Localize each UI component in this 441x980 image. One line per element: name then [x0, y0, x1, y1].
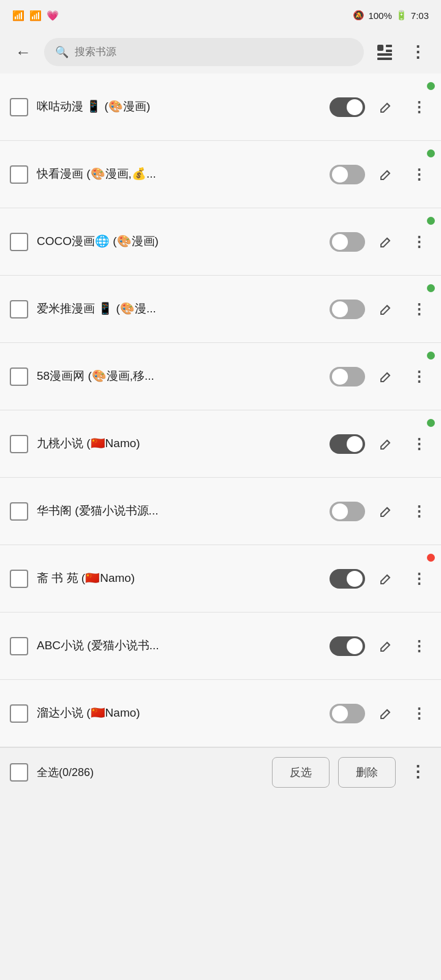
item-more-4[interactable]: ⋮	[407, 297, 431, 322]
list-item: ABC小说 (爱猫小说书... ⋮	[0, 612, 441, 680]
item-edit-4[interactable]	[374, 297, 398, 322]
item-toggle-5[interactable]	[330, 367, 365, 386]
item-checkbox-1[interactable]	[10, 98, 28, 116]
item-checkbox-10[interactable]	[10, 704, 28, 723]
list-item: 华书阁 (爱猫小说书源... ⋮	[0, 478, 441, 545]
list-item: 九桃小说 (🇨🇳Namo) ⋮	[0, 410, 441, 478]
item-label-9: ABC小说 (爱猫小说书...	[37, 638, 321, 654]
item-more-1[interactable]: ⋮	[407, 95, 431, 119]
item-toggle-9[interactable]	[330, 636, 365, 656]
item-more-8[interactable]: ⋮	[407, 567, 431, 591]
item-edit-3[interactable]	[374, 230, 398, 254]
item-more-2[interactable]: ⋮	[407, 162, 431, 187]
edit-icon	[379, 571, 393, 586]
list-item: 咪咕动漫 📱 (🎨漫画) ⋮	[0, 74, 441, 141]
item-checkbox-3[interactable]	[10, 233, 28, 251]
item-edit-1[interactable]	[374, 95, 398, 119]
more-dots-icon: ⋮	[412, 570, 426, 587]
svg-rect-0	[377, 45, 383, 51]
more-dots-icon: ⋮	[412, 99, 426, 116]
edit-icon	[379, 235, 393, 249]
item-edit-8[interactable]	[374, 567, 398, 591]
list-item: 58漫画网 (🎨漫画,移... ⋮	[0, 343, 441, 410]
more-dots-icon: ⋮	[412, 301, 426, 318]
svg-rect-2	[386, 50, 392, 52]
item-checkbox-7[interactable]	[10, 502, 28, 521]
edit-icon	[379, 167, 393, 182]
item-edit-6[interactable]	[374, 432, 398, 456]
item-edit-10[interactable]	[374, 701, 398, 726]
list-item: 快看漫画 (🎨漫画,💰... ⋮	[0, 141, 441, 208]
item-checkbox-2[interactable]	[10, 165, 28, 184]
item-more-5[interactable]: ⋮	[407, 364, 431, 389]
edit-icon	[379, 437, 393, 451]
delete-button[interactable]: 删除	[338, 757, 396, 788]
item-toggle-7[interactable]	[330, 502, 365, 521]
item-label-7: 华书阁 (爱猫小说书源...	[37, 503, 321, 519]
status-right-info: 🔕 100% 🔋 7:03	[353, 10, 429, 21]
item-label-1: 咪咕动漫 📱 (🎨漫画)	[37, 99, 321, 115]
back-icon: ←	[15, 43, 31, 62]
select-all-checkbox[interactable]	[10, 763, 28, 782]
grid-icon-button[interactable]	[371, 39, 398, 66]
top-bar: ← 🔍 ⋮	[0, 31, 441, 74]
health-icon: 💗	[47, 10, 59, 21]
item-edit-5[interactable]	[374, 364, 398, 389]
item-toggle-8[interactable]	[330, 569, 365, 589]
list-item: 斋 书 苑 (🇨🇳Namo) ⋮	[0, 545, 441, 612]
item-toggle-10[interactable]	[330, 704, 365, 723]
invert-selection-button[interactable]: 反选	[272, 757, 330, 788]
svg-rect-4	[377, 58, 392, 60]
status-left-icons: 📶 📶 💗	[12, 10, 59, 21]
item-edit-9[interactable]	[374, 634, 398, 658]
item-checkbox-4[interactable]	[10, 300, 28, 318]
status-dot-1	[427, 82, 435, 90]
item-toggle-4[interactable]	[330, 300, 365, 319]
item-toggle-2[interactable]	[330, 165, 365, 184]
time-text: 7:03	[411, 10, 429, 21]
item-checkbox-9[interactable]	[10, 637, 28, 655]
wifi-icon: 📶	[29, 10, 42, 21]
list-item: 溜达小说 (🇨🇳Namo) ⋮	[0, 680, 441, 747]
item-more-7[interactable]: ⋮	[407, 499, 431, 524]
select-all-label: 全选(0/286)	[37, 765, 263, 780]
back-button[interactable]: ←	[10, 39, 37, 66]
item-label-2: 快看漫画 (🎨漫画,💰...	[37, 166, 321, 183]
item-more-3[interactable]: ⋮	[407, 230, 431, 254]
status-dot-2	[427, 149, 435, 157]
svg-rect-3	[377, 53, 392, 56]
more-dots-icon: ⋮	[410, 763, 426, 782]
list-item: 爱米推漫画 📱 (🎨漫... ⋮	[0, 276, 441, 343]
status-bar: 📶 📶 💗 🔕 100% 🔋 7:03	[0, 0, 441, 31]
status-dot-3	[427, 217, 435, 225]
item-toggle-6[interactable]	[330, 434, 365, 454]
item-checkbox-6[interactable]	[10, 435, 28, 453]
item-edit-2[interactable]	[374, 162, 398, 187]
status-dot-5	[427, 352, 435, 360]
edit-icon	[379, 706, 393, 721]
item-more-10[interactable]: ⋮	[407, 701, 431, 726]
more-menu-button[interactable]: ⋮	[404, 39, 431, 66]
item-checkbox-5[interactable]	[10, 368, 28, 386]
more-dots-icon: ⋮	[412, 368, 426, 385]
more-dots-icon: ⋮	[412, 166, 426, 183]
more-dots-icon: ⋮	[412, 233, 426, 251]
more-dots-icon: ⋮	[412, 705, 426, 722]
search-icon: 🔍	[55, 45, 69, 59]
edit-icon	[379, 639, 393, 654]
more-dots-icon: ⋮	[412, 638, 426, 655]
item-label-10: 溜达小说 (🇨🇳Namo)	[37, 705, 321, 722]
item-toggle-3[interactable]	[330, 232, 365, 252]
item-label-5: 58漫画网 (🎨漫画,移...	[37, 368, 321, 385]
search-input[interactable]	[75, 46, 353, 58]
bottom-more-button[interactable]: ⋮	[404, 759, 431, 786]
item-edit-7[interactable]	[374, 499, 398, 524]
search-bar[interactable]: 🔍	[44, 38, 364, 66]
item-toggle-1[interactable]	[330, 97, 365, 117]
status-dot-4	[427, 284, 435, 292]
item-checkbox-8[interactable]	[10, 570, 28, 588]
grid-icon	[376, 43, 393, 61]
status-dot-8	[427, 554, 435, 562]
item-more-9[interactable]: ⋮	[407, 634, 431, 658]
item-more-6[interactable]: ⋮	[407, 432, 431, 456]
